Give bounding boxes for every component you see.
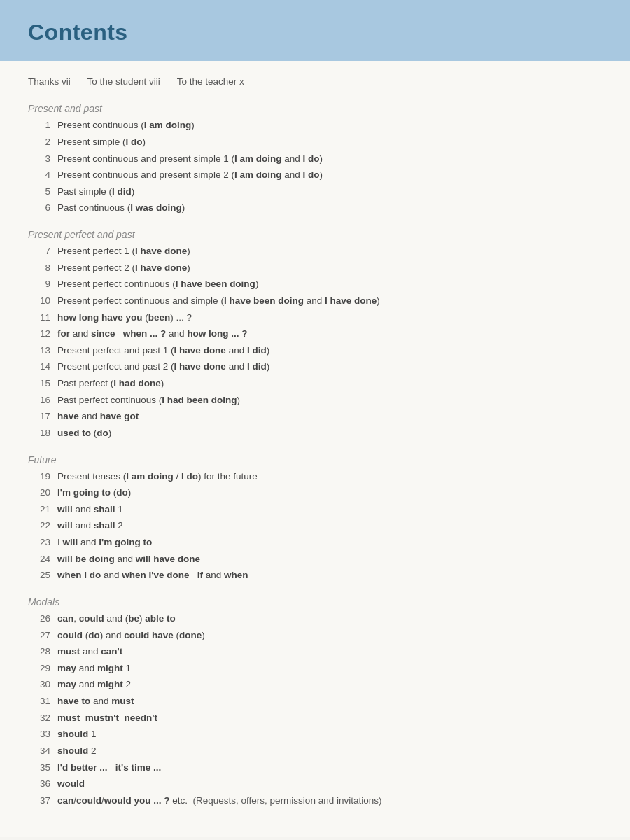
section-title: Present and past — [28, 103, 602, 114]
toc-entry: 24will be doing and will have done — [28, 551, 602, 568]
toc-entry: 27could (do) and could have (done) — [28, 627, 602, 644]
toc-num: 34 — [28, 743, 50, 760]
toc-entry: 9Present perfect continuous (I have been… — [28, 276, 602, 293]
toc-num: 13 — [28, 342, 50, 359]
toc-num: 31 — [28, 693, 50, 710]
toc-num: 35 — [28, 760, 50, 776]
toc-text: when I do and when I've done if and when — [57, 567, 602, 584]
toc-num: 23 — [28, 534, 50, 551]
toc-entry: 16Past perfect continuous (I had been do… — [28, 392, 602, 409]
toc-num: 27 — [28, 627, 50, 644]
toc-entry: 36would — [28, 776, 602, 792]
toc-entry: 31have to and must — [28, 693, 602, 710]
toc-entry: 26can, could and (be) able to — [28, 610, 602, 627]
toc-num: 37 — [28, 792, 50, 809]
toc-num: 7 — [28, 243, 50, 260]
toc-text: for and since when ... ? and how long ..… — [57, 326, 602, 342]
toc-num: 28 — [28, 643, 50, 660]
toc-text: Present continuous and present simple 2 … — [57, 167, 602, 183]
toc-text: used to (do) — [57, 425, 602, 442]
section-title: Present perfect and past — [28, 229, 602, 240]
toc-text: I will and I'm going to — [57, 534, 602, 551]
toc-text: may and might 1 — [57, 660, 602, 677]
toc-entry: 23I will and I'm going to — [28, 534, 602, 551]
toc-num: 4 — [28, 167, 50, 183]
intro-teacher: To the teacher x — [177, 74, 244, 90]
toc-entry: 20I'm going to (do) — [28, 484, 602, 501]
toc-text: Present perfect and past 2 (I have done … — [57, 358, 602, 375]
toc-num: 21 — [28, 501, 50, 518]
toc-entry: 13Present perfect and past 1 (I have don… — [28, 342, 602, 359]
intro-student: To the student viii — [88, 74, 160, 90]
toc-num: 26 — [28, 610, 50, 627]
toc-entry: 4Present continuous and present simple 2… — [28, 167, 602, 183]
toc-entry: 32must mustn't needn't — [28, 710, 602, 727]
toc-num: 14 — [28, 358, 50, 375]
toc-entry: 37can/could/would you ... ? etc. (Reques… — [28, 792, 602, 809]
toc-num: 22 — [28, 517, 50, 534]
toc-entry: 29may and might 1 — [28, 660, 602, 677]
toc-text: should 1 — [57, 726, 602, 743]
toc-entry: 28must and can't — [28, 643, 602, 660]
toc-entry: 5Past simple (I did) — [28, 183, 602, 200]
header-banner: Contents — [0, 0, 630, 61]
intro-links: Thanks vii To the student viii To the te… — [28, 74, 602, 90]
intro-thanks: Thanks vii — [28, 74, 71, 90]
toc-entry: 21will and shall 1 — [28, 501, 602, 518]
toc-num: 10 — [28, 293, 50, 309]
toc-num: 6 — [28, 200, 50, 216]
toc-text: will and shall 1 — [57, 501, 602, 518]
toc-num: 33 — [28, 726, 50, 743]
toc-num: 24 — [28, 551, 50, 568]
toc-text: must and can't — [57, 643, 602, 660]
toc-entry: 22will and shall 2 — [28, 517, 602, 534]
toc-entry: 18used to (do) — [28, 425, 602, 442]
toc-num: 5 — [28, 183, 50, 200]
toc-num: 12 — [28, 326, 50, 342]
toc-text: will be doing and will have done — [57, 551, 602, 568]
toc-text: can, could and (be) able to — [57, 610, 602, 627]
toc-text: Past continuous (I was doing) — [57, 200, 602, 216]
toc-entry: 6Past continuous (I was doing) — [28, 200, 602, 216]
toc-text: I'd better ... it's time ... — [57, 760, 602, 776]
toc-entry: 14Present perfect and past 2 (I have don… — [28, 358, 602, 375]
toc-num: 25 — [28, 567, 50, 584]
toc-entry: 33should 1 — [28, 726, 602, 743]
toc-text: Present perfect and past 1 (I have done … — [57, 342, 602, 359]
toc-text: must mustn't needn't — [57, 710, 602, 727]
toc-num: 36 — [28, 776, 50, 792]
toc-text: have to and must — [57, 693, 602, 710]
toc-num: 9 — [28, 276, 50, 293]
toc-entry: 19Present tenses (I am doing / I do) for… — [28, 468, 602, 485]
toc-num: 32 — [28, 710, 50, 727]
toc-text: should 2 — [57, 743, 602, 760]
toc-text: can/could/would you ... ? etc. (Requests… — [57, 792, 602, 809]
toc-num: 17 — [28, 408, 50, 425]
toc-entry: 8Present perfect 2 (I have done) — [28, 260, 602, 276]
toc-entry: 7Present perfect 1 (I have done) — [28, 243, 602, 260]
toc-text: Present perfect 1 (I have done) — [57, 243, 602, 260]
toc-text: would — [57, 776, 602, 792]
toc-entry: 35I'd better ... it's time ... — [28, 760, 602, 776]
toc-text: I'm going to (do) — [57, 484, 602, 501]
toc-text: Present tenses (I am doing / I do) for t… — [57, 468, 602, 485]
toc-num: 29 — [28, 660, 50, 677]
toc-num: 20 — [28, 484, 50, 501]
toc-text: could (do) and could have (done) — [57, 627, 602, 644]
toc-text: Present continuous and present simple 1 … — [57, 150, 602, 167]
toc-num: 30 — [28, 676, 50, 693]
content-area: Thanks vii To the student viii To the te… — [0, 61, 630, 836]
toc-entry: 1Present continuous (I am doing) — [28, 117, 602, 134]
toc-num: 1 — [28, 117, 50, 134]
toc-text: may and might 2 — [57, 676, 602, 693]
toc-text: Present continuous (I am doing) — [57, 117, 602, 134]
toc-num: 18 — [28, 425, 50, 442]
toc-entry: 12for and since when ... ? and how long … — [28, 326, 602, 342]
toc-num: 11 — [28, 309, 50, 326]
toc-text: Past perfect (I had done) — [57, 375, 602, 392]
toc-text: Past simple (I did) — [57, 183, 602, 200]
toc-entry: 30may and might 2 — [28, 676, 602, 693]
toc-num: 15 — [28, 375, 50, 392]
toc-num: 8 — [28, 260, 50, 276]
toc-entry: 17have and have got — [28, 408, 602, 425]
